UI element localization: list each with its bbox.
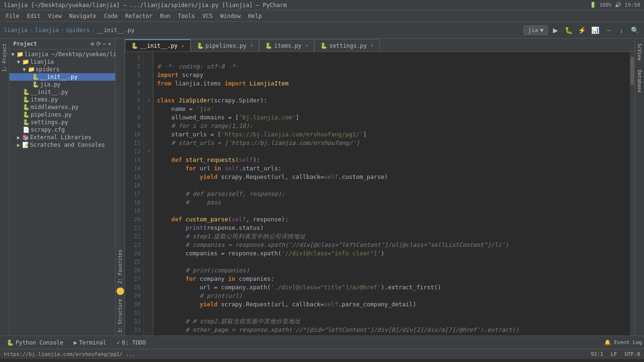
status-right: 🔔 Event Log — [604, 339, 642, 345]
breadcrumb-lianjia2[interactable]: lianjia — [35, 27, 59, 34]
toolbar: lianjia › lianjia › spiders › __init__.p… — [0, 22, 644, 39]
line-numbers: 12345 678910 1112131415 1617181920 21222… — [125, 52, 144, 336]
tree-label-init: __init__.py — [40, 74, 77, 80]
gutter-mark-27 — [144, 275, 153, 283]
step-over-button[interactable]: → — [602, 25, 614, 36]
gutter-mark-3 — [144, 71, 153, 79]
tab-label-pipelines: pipelines.py — [206, 42, 247, 49]
main-area: 1: Project Project ⚙ ⟳ − × ▼ 📁 lianjia ~… — [0, 39, 644, 336]
search-button[interactable]: 🔍 — [629, 25, 640, 36]
gutter-mark-25 — [144, 258, 153, 266]
tree-item-middlewares[interactable]: 🐍 middlewares.py — [9, 103, 115, 111]
menu-item-file[interactable]: File — [2, 12, 23, 20]
menu-item-run[interactable]: Run — [156, 12, 174, 20]
run-button[interactable]: ▶ — [550, 25, 561, 36]
python-console-label: Python Console — [16, 339, 63, 346]
tab-close-pipelines[interactable]: × — [250, 43, 253, 48]
tab-close-settings[interactable]: × — [371, 43, 374, 48]
project-close-icon[interactable]: × — [108, 41, 111, 47]
structure-tab-btn[interactable]: 3: Structure — [117, 296, 124, 336]
tree-label-settings: settings.py — [31, 119, 68, 126]
gutter-mark-12: ↑ — [144, 147, 153, 156]
tree-item-scratches[interactable]: ▶ 📝 Scratches and Consoles — [9, 141, 115, 149]
tree-item-scrapy-cfg[interactable]: 📄 scrapy.cfg — [9, 126, 115, 134]
tab-settings-py[interactable]: 🐍 settings.py × — [314, 39, 380, 51]
todo-tab[interactable]: ✓ 6: TODO — [112, 338, 151, 347]
gutter-mark-8 — [144, 113, 153, 122]
tab-close-init[interactable]: × — [181, 43, 184, 49]
terminal-label: Terminal — [79, 339, 106, 346]
favorites-star-icon[interactable] — [117, 287, 124, 295]
project-collapse-icon[interactable]: − — [103, 41, 106, 47]
breadcrumb-spiders[interactable]: spiders — [66, 27, 90, 34]
menu-item-refactor[interactable]: Refactor — [121, 12, 156, 20]
todo-label: 6: TODO — [122, 339, 146, 346]
menu-item-help[interactable]: Help — [244, 12, 266, 20]
menu-item-code[interactable]: Code — [100, 12, 122, 20]
tree-item-external-libs[interactable]: ▶ 📚 External Libraries — [9, 134, 115, 141]
gutter-mark-29 — [144, 292, 153, 300]
tree-item-init-selected[interactable]: 🐍 __init__.py — [9, 73, 115, 81]
tab-pipelines-py[interactable]: 🐍 pipelines.py × — [191, 39, 259, 51]
debug-button[interactable]: 🐛 — [563, 25, 574, 36]
tree-item-spiders[interactable]: ▼ 📁 spiders — [9, 66, 115, 73]
gutter-mark-1 — [144, 54, 153, 62]
gutter-mark-15 — [144, 173, 153, 181]
menu-item-vcs[interactable]: VCS — [199, 12, 217, 20]
project-gear-icon[interactable]: ⚙ — [91, 41, 94, 47]
tree-item-pipelines[interactable]: 🐍 pipelines.py — [9, 111, 115, 118]
tree-item-items[interactable]: 🐍 items.py — [9, 96, 115, 103]
tab-items-py[interactable]: 🐍 items.py × — [259, 39, 314, 51]
menu-item-edit[interactable]: Edit — [23, 12, 44, 20]
tab-label-settings: settings.py — [329, 42, 367, 49]
tab-icon-settings: 🐍 — [320, 42, 327, 49]
tree-item-root[interactable]: ▼ 📁 lianjia ~/Desktop/yuekao/li... — [9, 51, 115, 58]
breadcrumb: lianjia › lianjia › spiders › __init__.p… — [4, 27, 134, 34]
menu-item-view[interactable]: View — [44, 12, 66, 20]
folder-icon-3: 📁 — [28, 66, 35, 73]
code-editor[interactable]: # -*- coding: utf-8 -*- import scrapy fr… — [153, 52, 630, 336]
cursor-position[interactable]: 92:1 — [591, 351, 603, 357]
python-file-icon-7: 🐍 — [23, 119, 30, 126]
scview-tab[interactable]: ScView — [636, 41, 643, 63]
gutter-mark-17 — [144, 190, 153, 198]
tab-close-items[interactable]: × — [305, 43, 308, 48]
menu-item-window[interactable]: Window — [217, 12, 244, 20]
favorites-tab[interactable]: 2: Favorites — [117, 247, 124, 286]
tree-item-init2[interactable]: 🐍 __init__.py — [9, 88, 115, 96]
gutter-mark-23 — [144, 241, 153, 249]
gutter-mark-14 — [144, 164, 153, 173]
vertical-scrollbar[interactable] — [630, 52, 635, 336]
charset[interactable]: UTF-8 — [625, 351, 640, 357]
database-tab[interactable]: Database — [636, 67, 643, 95]
breadcrumb-lianjia[interactable]: lianjia — [4, 27, 28, 34]
terminal-tab[interactable]: ▶ Terminal — [69, 338, 111, 347]
python-console-tab[interactable]: 🐍 Python Console — [2, 338, 68, 347]
line-separator[interactable]: LF — [611, 351, 617, 357]
menu-item-navigate[interactable]: Navigate — [66, 12, 100, 20]
tree-label-items: items.py — [31, 96, 58, 103]
chevron-right-icon: ▶ — [17, 135, 20, 141]
coverage-button[interactable]: ⚡ — [576, 25, 587, 36]
scrollbar-thumb[interactable] — [630, 57, 634, 85]
event-log-btn[interactable]: 🔔 Event Log — [604, 339, 642, 345]
run-config-dropdown[interactable]: ▼ — [540, 27, 544, 34]
breadcrumb-init[interactable]: __init__.py — [97, 27, 134, 34]
profile-button[interactable]: 📊 — [589, 25, 601, 36]
gutter-mark-7 — [144, 105, 153, 113]
tab-label-items: items.py — [274, 42, 301, 49]
step-into-button[interactable]: ↓ — [616, 25, 627, 36]
cfg-file-icon: 📄 — [23, 126, 30, 133]
run-config-selector[interactable]: jia ▼ — [524, 25, 548, 35]
tree-item-jia[interactable]: 🐍 jia.py — [9, 81, 115, 88]
gutter-mark-10 — [144, 130, 153, 139]
gutter-mark-24 — [144, 249, 153, 258]
gutter-mark-18 — [144, 198, 153, 207]
tab-init-py[interactable]: 🐍 __init__.py × — [125, 39, 191, 51]
menu-item-tools[interactable]: Tools — [174, 12, 199, 20]
tree-item-settings[interactable]: 🐍 settings.py — [9, 118, 115, 126]
project-sync-icon[interactable]: ⟳ — [96, 41, 101, 47]
python-file-icon: 🐍 — [32, 74, 39, 80]
project-tab[interactable]: 1: Project — [1, 41, 8, 75]
tree-item-lianjia[interactable]: ▼ 📁 lianjia — [9, 58, 115, 66]
